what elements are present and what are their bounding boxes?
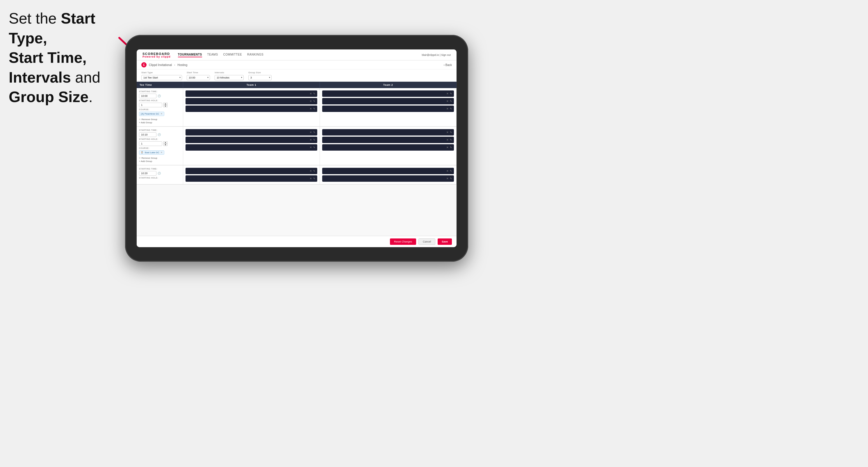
hole-stepper-up-1[interactable]: ▲ [163,103,167,105]
player-x-3-1[interactable]: ✕ [310,131,312,134]
player-x-1-3[interactable]: ✕ [310,107,312,110]
player-x-2-2[interactable]: ✕ [446,100,449,103]
player-edit-5-1[interactable]: ✎ [313,169,315,173]
player-edit-4-2[interactable]: ✎ [450,138,452,141]
start-type-select[interactable]: 1st Tee Start Shotgun Start [141,75,182,80]
player-edit-3-1[interactable]: ✎ [313,131,315,134]
group-size-label: Group Size [248,71,272,74]
save-button[interactable]: Save [438,239,452,245]
remove-group-2[interactable]: ○ Remove Group [139,156,181,159]
hole-stepper-2[interactable]: ▲ ▼ [163,141,167,146]
player-controls-1-2: ✕ ✎ [310,100,315,103]
add-group-2[interactable]: + Add Group [139,160,181,162]
tee-left-2: STARTING TIME: 🕙 STARTING HOLE: ▲ ▼ COUR… [137,127,183,165]
course-remove-1[interactable]: ✕ [160,113,162,115]
player-x-5-2[interactable]: ✕ [310,177,312,180]
player-controls-3-1: ✕ ✎ [310,131,315,134]
instruction-bold-group-size: Group Size [9,88,88,105]
team1-col-1: ✕ ✎ ✕ ✎ ✕ ✎ [183,88,320,126]
remove-group-label-1: Remove Group [141,118,157,121]
main-content[interactable]: STARTING TIME: 🕙 STARTING HOLE: ▲ ▼ COUR… [137,88,457,236]
hole-stepper-down-2[interactable]: ▼ [163,144,167,146]
group-actions-1: ○ Remove Group + Add Group [139,118,181,124]
player-edit-6-2[interactable]: ✎ [450,177,452,180]
player-edit-4-1[interactable]: ✎ [450,131,452,134]
add-group-1[interactable]: + Add Group [139,121,181,124]
player-edit-3-2[interactable]: ✎ [313,138,315,141]
player-edit-2-1[interactable]: ✎ [450,92,452,95]
start-time-group: Start Time 10:00 10:10 10:20 [187,71,210,80]
nav-tab-committee[interactable]: COMMITTEE [223,52,242,57]
player-edit-2-3[interactable]: ✎ [450,107,452,110]
starting-hole-input-1[interactable] [139,103,162,107]
add-group-label-1: + Add Group [139,121,152,124]
player-x-2-3[interactable]: ✕ [446,107,449,110]
reset-button[interactable]: Reset Changes [390,239,416,245]
player-x-1-2[interactable]: ✕ [310,100,312,103]
team1-col-2: ✕ ✎ ✕ ✎ ✕ ✎ [183,127,320,165]
player-x-1-1[interactable]: ✕ [310,92,312,95]
starting-time-label-3: STARTING TIME: [139,168,181,170]
group-size-select-wrapper: 3 4 2 [248,74,272,80]
player-row-4-2: ✕ ✎ [322,137,454,143]
player-x-2-1[interactable]: ✕ [446,92,449,95]
course-name-2: East Lake GC [145,151,159,154]
tournament-name: Clippd Invitational [149,63,172,67]
group-size-select[interactable]: 3 4 2 [248,75,272,80]
breadcrumb-sub: Hosting [177,63,187,67]
player-edit-1-3[interactable]: ✎ [313,107,315,110]
course-row-2: 🏌 East Lake GC ✕ [139,150,181,155]
sign-out-link[interactable]: Sign out [441,54,451,56]
player-x-4-3[interactable]: ✕ [446,146,449,149]
user-email: blair@clippd.io [422,54,439,56]
intervals-select[interactable]: 10 Minutes 8 Minutes 12 Minutes [215,75,244,80]
player-x-4-1[interactable]: ✕ [446,131,449,134]
course-remove-2[interactable]: ✕ [160,151,162,154]
player-x-4-2[interactable]: ✕ [446,138,449,141]
player-edit-4-3[interactable]: ✎ [450,146,452,149]
player-x-5-1[interactable]: ✕ [310,169,312,173]
nav-tab-rankings[interactable]: RANKINGS [247,52,264,57]
starting-hole-label-3: STARTING HOLE: [139,177,181,179]
player-row-1-3: ✕ ✎ [186,105,317,112]
course-tag-1: (A) Peachtree GC ✕ [139,112,164,116]
player-edit-2-2[interactable]: ✎ [450,100,452,103]
tee-left-3: STARTING TIME: 🕙 STARTING HOLE: [137,165,183,184]
remove-group-1[interactable]: ○ Remove Group [139,118,181,121]
player-x-6-1[interactable]: ✕ [446,169,449,173]
player-row-5-2: ✕ ✎ [186,175,317,182]
starting-hole-row-2: ▲ ▼ [139,141,181,146]
starting-hole-row-1: ▲ ▼ [139,103,181,107]
cancel-button[interactable]: Cancel [418,239,435,245]
starting-time-input-1[interactable] [139,94,156,98]
player-x-6-2[interactable]: ✕ [446,177,449,180]
player-controls-6-1: ✕ ✎ [446,169,452,173]
player-edit-5-2[interactable]: ✎ [313,177,315,180]
nav-tab-tournaments[interactable]: TOURNAMENTS [178,52,202,57]
starting-time-input-3[interactable] [139,171,156,176]
starting-time-input-2[interactable] [139,132,156,137]
tablet-screen: SCOREBOARD Powered by clippd TOURNAMENTS… [137,50,457,247]
player-edit-3-3[interactable]: ✎ [313,146,315,149]
player-row-6-2: ✕ ✎ [322,175,454,182]
remove-group-label-2: Remove Group [141,157,157,159]
player-edit-1-2[interactable]: ✎ [313,100,315,103]
player-x-3-3[interactable]: ✕ [310,146,312,149]
add-group-label-2: + Add Group [139,160,152,162]
player-controls-1-3: ✕ ✎ [310,107,315,110]
start-time-select[interactable]: 10:00 10:10 10:20 [187,75,210,80]
player-edit-1-1[interactable]: ✎ [313,92,315,95]
starting-hole-input-2[interactable] [139,141,162,146]
hole-stepper-1[interactable]: ▲ ▼ [163,103,167,107]
nav-tab-teams[interactable]: TEAMS [207,52,218,57]
course-type-icon-2: 🏌 [141,151,144,154]
nav-user-info: blair@clippd.io | Sign out [422,54,451,56]
back-button[interactable]: ‹ Back [444,63,452,67]
player-x-3-2[interactable]: ✕ [310,138,312,141]
group-actions-2: ○ Remove Group + Add Group [139,156,181,162]
hole-stepper-up-2[interactable]: ▲ [163,141,167,144]
course-name-1: (A) Peachtree GC [141,113,159,115]
player-row-1-2: ✕ ✎ [186,98,317,104]
hole-stepper-down-1[interactable]: ▼ [163,105,167,107]
player-edit-6-1[interactable]: ✎ [450,169,452,173]
